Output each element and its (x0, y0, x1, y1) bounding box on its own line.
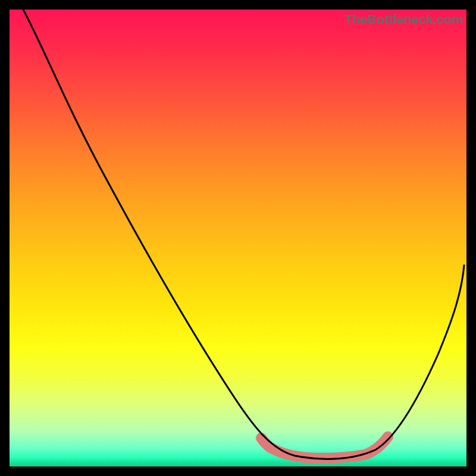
watermark-text: TheBottleneck.com (344, 12, 463, 27)
flat-region-highlight (261, 437, 388, 458)
bottleneck-curve-line (23, 10, 464, 459)
chart-svg (10, 10, 466, 466)
plot-area: TheBottleneck.com (10, 10, 466, 466)
chart-frame: TheBottleneck.com (10, 10, 466, 466)
